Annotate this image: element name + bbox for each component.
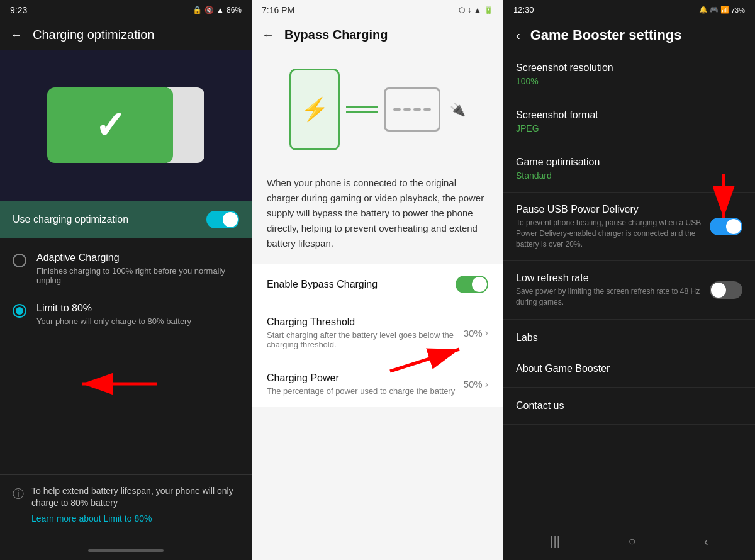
battery-icon2: 🔋	[484, 6, 493, 14]
red-arrow-panel3	[673, 167, 749, 230]
screenshot-res-value: 100%	[516, 76, 613, 86]
screenshot-format-value: JPEG	[516, 123, 598, 133]
threshold-label: Charging Threshold	[267, 316, 464, 328]
contact-us-section[interactable]: Contact us	[503, 388, 755, 425]
mute-icon: 🔇	[204, 6, 214, 14]
charging-toggle-switch[interactable]	[206, 211, 239, 228]
threshold-chevron-icon: ›	[485, 327, 488, 339]
charging-power-row[interactable]: Charging Power The percentage of power u…	[252, 361, 503, 407]
screenshot-res-content: Screenshot resolution 100%	[516, 62, 613, 86]
game-icon: 🎮	[710, 6, 719, 14]
signal-icon: 📶	[720, 6, 729, 14]
panel1-title: Charging optimization	[33, 28, 154, 42]
network-icon: ↕	[467, 6, 471, 14]
screenshot-format-content: Screenshot format JPEG	[516, 109, 598, 133]
home-bar	[88, 549, 164, 552]
bolt-icon: ⚡	[301, 96, 329, 123]
adaptive-charging-title: Adaptive Charging	[36, 252, 239, 264]
option-adaptive-text: Adaptive Charging Finishes charging to 1…	[36, 252, 239, 285]
info-section-panel1: ⓘ To help extend battery lifespan, your …	[0, 474, 252, 541]
power-value-group: 50% ›	[464, 379, 488, 390]
battery-checkmark-icon: ✓	[94, 103, 126, 147]
top-bar-panel1: ← Charging optimization	[0, 20, 252, 50]
screenshot-res-title: Screenshot resolution	[516, 62, 613, 74]
setting-screenshot-format[interactable]: Screenshot format JPEG	[503, 98, 755, 145]
low-refresh-toggle-thumb	[711, 283, 726, 298]
threshold-value-group: 30% ›	[464, 327, 488, 339]
radio-limit80[interactable]	[13, 304, 26, 318]
time-panel1: 9:23	[10, 5, 27, 15]
charger-box	[384, 87, 440, 132]
setting-low-refresh[interactable]: Low refresh rate Save power by limiting …	[503, 261, 755, 320]
threshold-sub: Start charging after the battery level g…	[267, 330, 464, 349]
charging-threshold-row[interactable]: Charging Threshold Start charging after …	[252, 305, 503, 361]
game-opt-title: Game optimisation	[516, 157, 600, 168]
radio-adaptive[interactable]	[13, 254, 26, 267]
battery-illustration: ✓	[0, 50, 252, 201]
limit80-title: Limit to 80%	[36, 303, 191, 314]
enable-bypass-label: Enable Bypass Charging	[267, 279, 378, 290]
nav-back[interactable]: ‹	[704, 534, 708, 549]
time-panel3: 12:30	[513, 5, 534, 14]
cable-bottom	[346, 111, 378, 113]
enable-bypass-toggle[interactable]	[456, 276, 488, 293]
wifi-icon: ▲	[216, 6, 224, 14]
charger-dot1	[393, 108, 401, 111]
setting-screenshot-resolution[interactable]: Screenshot resolution 100%	[503, 51, 755, 98]
wifi-icon2: ▲	[474, 6, 481, 14]
threshold-value: 30%	[464, 328, 483, 339]
charger-dot4	[423, 108, 431, 111]
low-refresh-content: Low refresh rate Save power by limiting …	[516, 272, 702, 308]
power-content: Charging Power The percentage of power u…	[267, 372, 455, 396]
back-button-panel1[interactable]: ←	[10, 28, 23, 42]
enable-bypass-row[interactable]: Enable Bypass Charging	[252, 264, 503, 305]
status-icons-panel2: ⬡ ↕ ▲ 🔋	[459, 6, 493, 14]
power-sub: The percentage of power used to charge t…	[267, 386, 455, 396]
lock-icon: 🔒	[193, 6, 202, 14]
panel-bypass-charging: 7:16 PM ⬡ ↕ ▲ 🔋 ← Bypass Charging ⚡	[252, 0, 503, 560]
adaptive-charging-subtitle: Finishes charging to 100% right before y…	[36, 266, 239, 285]
battery-icon3: 73%	[731, 6, 745, 14]
about-game-booster-section[interactable]: About Game Booster	[503, 350, 755, 388]
power-chevron-icon: ›	[485, 379, 488, 390]
screenshot-format-title: Screenshot format	[516, 109, 598, 121]
nav-home[interactable]: ○	[628, 534, 635, 549]
bluetooth-icon: ⬡	[459, 6, 465, 14]
notification-icon: 🔔	[699, 6, 708, 14]
charging-toggle-section[interactable]: Use charging optimization	[0, 201, 252, 238]
option-limit80[interactable]: Limit to 80% Your phone will only charge…	[0, 294, 252, 335]
low-refresh-sub: Save power by limiting the screen refres…	[516, 286, 702, 308]
about-game-booster-title: About Game Booster	[516, 363, 742, 374]
back-button-panel2[interactable]: ←	[262, 28, 274, 42]
back-button-panel3[interactable]: ‹	[516, 28, 520, 43]
labs-section[interactable]: Labs	[503, 320, 755, 350]
info-row: ⓘ To help extend battery lifespan, your …	[13, 485, 239, 524]
low-refresh-title: Low refresh rate	[516, 272, 702, 284]
cable-section	[346, 106, 378, 113]
info-text-group: To help extend battery lifespan, your ph…	[31, 485, 239, 524]
plug-icon: 🔌	[450, 102, 466, 117]
battery-icon: 86%	[226, 6, 242, 14]
toggle-thumb	[223, 212, 238, 227]
bypass-toggle-thumb	[472, 277, 487, 292]
panel-charging-optimization: 9:23 🔒 🔇 ▲ 86% ← Charging optimization ✓…	[0, 0, 252, 560]
nav-bar-panel3: ||| ○ ‹	[503, 522, 755, 560]
top-bar-panel2: ← Bypass Charging	[252, 20, 503, 50]
power-value: 50%	[464, 379, 483, 389]
status-icons-panel1: 🔒 🔇 ▲ 86%	[193, 6, 242, 14]
game-opt-value: Standard	[516, 171, 600, 181]
bypass-description: When your phone is connected to the orig…	[252, 169, 503, 264]
nav-recent-apps[interactable]: |||	[550, 534, 560, 549]
status-bar-panel3: 12:30 🔔 🎮 📶 73%	[503, 0, 755, 20]
low-refresh-toggle[interactable]	[710, 281, 742, 299]
status-icons-panel3: 🔔 🎮 📶 73%	[699, 6, 745, 14]
battery-body: ✓	[47, 87, 173, 163]
info-text: To help extend battery lifespan, your ph…	[31, 485, 239, 510]
pause-usb-toggle-wrapper	[710, 218, 742, 235]
setting-pause-usb[interactable]: Pause USB Power Delivery To prevent phon…	[503, 193, 755, 261]
learn-more-link[interactable]: Learn more about Limit to 80%	[31, 513, 239, 524]
option-limit80-text: Limit to 80% Your phone will only charge…	[36, 303, 191, 326]
options-list: Adaptive Charging Finishes charging to 1…	[0, 238, 252, 474]
cable-top	[346, 106, 378, 108]
option-adaptive-charging[interactable]: Adaptive Charging Finishes charging to 1…	[0, 244, 252, 294]
